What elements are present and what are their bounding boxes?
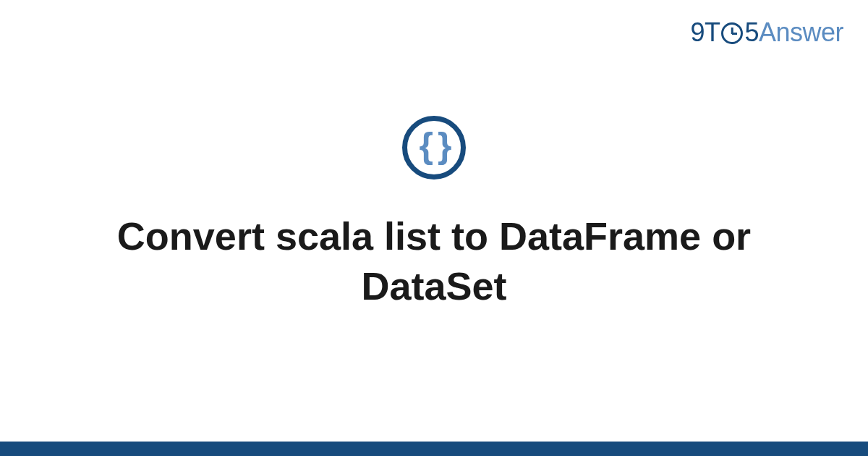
page-title: Convert scala list to DataFrame or DataS… bbox=[51, 211, 817, 311]
braces-glyph: { } bbox=[420, 127, 449, 164]
code-braces-icon: { } bbox=[402, 116, 466, 180]
main-content: { } Convert scala list to DataFrame or D… bbox=[0, 0, 868, 456]
footer-accent-bar bbox=[0, 442, 868, 456]
